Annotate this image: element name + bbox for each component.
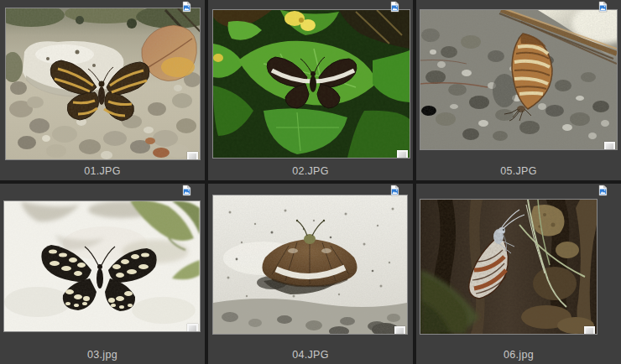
filename-label: 03.jpg	[0, 349, 205, 361]
photo-black-butterfly-white-wall	[4, 201, 200, 331]
file-tile[interactable]: 02.JPG	[208, 0, 413, 180]
thumbnail-image[interactable]	[6, 8, 200, 159]
thumbnail-corner-badge	[187, 324, 198, 331]
filename-label: 01.JPG	[0, 165, 205, 177]
photo-brown-butterfly-concrete	[213, 195, 407, 334]
image-file-icon	[598, 185, 608, 196]
thumbnail-image[interactable]	[4, 201, 200, 331]
file-tile[interactable]: 06.jpg	[416, 184, 621, 364]
filename-label: 06.jpg	[416, 349, 621, 361]
photo-butterfly-on-bark	[420, 200, 597, 334]
photo-butterfly-on-pebbles	[6, 8, 200, 159]
image-file-icon	[390, 1, 399, 13]
image-file-icon	[182, 185, 191, 196]
image-file-icon	[182, 1, 191, 13]
thumbnail-corner-badge	[604, 142, 615, 149]
filename-label: 04.JPG	[208, 349, 413, 361]
thumbnail-corner-badge	[584, 326, 595, 334]
thumbnail-image[interactable]	[213, 195, 407, 334]
image-file-icon	[390, 185, 399, 196]
image-file-icon	[598, 1, 608, 13]
thumbnail-corner-badge	[394, 326, 405, 334]
thumbnail-corner-badge	[187, 152, 198, 159]
file-tile[interactable]: 04.JPG	[208, 184, 413, 364]
thumbnail-grid: 01.JPG	[0, 0, 621, 364]
filename-label: 02.JPG	[208, 165, 413, 177]
file-tile[interactable]: 01.JPG	[0, 0, 205, 180]
thumbnail-image[interactable]	[420, 200, 597, 334]
thumbnail-corner-badge	[397, 150, 408, 158]
file-browser-thumbnail-view: 01.JPG	[0, 0, 621, 364]
file-tile[interactable]: 05.JPG	[416, 0, 621, 180]
thumbnail-image[interactable]	[420, 10, 617, 149]
photo-butterfly-on-leaves	[213, 10, 410, 158]
photo-butterfly-closed-wings-gravel	[420, 10, 617, 149]
file-tile[interactable]: 03.jpg	[0, 184, 205, 364]
thumbnail-image[interactable]	[213, 10, 410, 158]
filename-label: 05.JPG	[416, 165, 621, 177]
